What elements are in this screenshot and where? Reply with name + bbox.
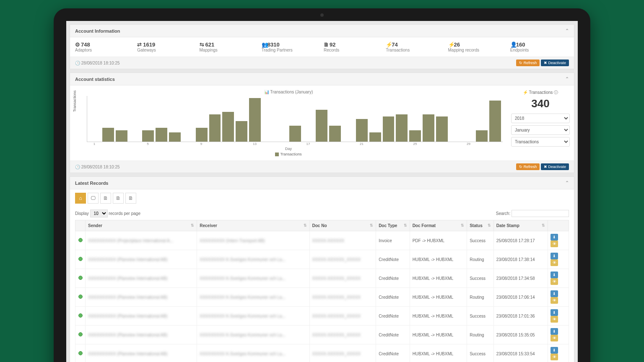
date-cell: 23/08/2018 17:06:14 xyxy=(493,288,548,307)
x-axis: 1591317212529 xyxy=(87,142,503,146)
doctype-cell: CreditNote xyxy=(376,250,410,269)
docno-cell: XXXXX-XXXXXX xyxy=(312,238,345,243)
tab-doc3[interactable]: 🗎 xyxy=(125,193,136,204)
download-icon[interactable]: ⬇ xyxy=(551,309,558,316)
table-row[interactable]: XXXXXXXXXX (Planview International AB)XX… xyxy=(75,307,569,326)
status-dot-icon xyxy=(78,351,83,355)
view-icon[interactable]: 👁 xyxy=(551,259,558,266)
column-header[interactable]: Date Stamp⇅ xyxy=(493,220,548,231)
sender-cell: XXXXXXXXXX (Planview International AB) xyxy=(88,276,168,281)
stat-item: 👥8310Trading Partners xyxy=(262,41,320,52)
chart-bar xyxy=(423,114,434,142)
status-cell: Routing xyxy=(467,326,494,344)
table-row[interactable]: XXXXXXXXXX (Planview International AB)XX… xyxy=(75,326,569,344)
view-icon[interactable]: 👁 xyxy=(551,240,558,247)
doctype-cell: CreditNote xyxy=(376,344,410,362)
doctype-cell: CreditNote xyxy=(376,269,410,288)
view-icon[interactable]: 👁 xyxy=(551,335,558,341)
refresh-button[interactable]: ↻ Refresh xyxy=(516,59,540,66)
table-row[interactable]: XXXXXXXXXX (Planview International AB)XX… xyxy=(75,250,569,269)
month-select[interactable]: January xyxy=(511,125,570,135)
status-dot-icon xyxy=(78,313,83,318)
chart-bar xyxy=(289,126,301,142)
sender-cell: XXXXXXXXXX (Planview International AB) xyxy=(88,333,168,337)
display-suffix: records per page xyxy=(109,211,140,216)
download-icon[interactable]: ⬇ xyxy=(551,328,558,335)
refresh-button[interactable]: ↻ Refresh xyxy=(516,163,540,170)
table-row[interactable]: XXXXXXXXXX (Planview International AB)XX… xyxy=(75,344,569,362)
docformat-cell: HUBXML -> HUBXML xyxy=(410,344,467,362)
collapse-icon[interactable]: ⌃ xyxy=(565,76,569,82)
column-header[interactable]: Doc Format⇅ xyxy=(410,220,467,231)
chart-bar xyxy=(489,101,501,142)
table-row[interactable]: XXXXXXXXXX (Planview International AB)XX… xyxy=(75,288,569,307)
doctype-cell: CreditNote xyxy=(376,326,410,344)
timestamp: 🕒 28/08/2018 18:10:25 xyxy=(75,165,120,169)
receiver-cell: XXXXXXXXX (Intern Transport AB) xyxy=(200,238,265,243)
docformat-cell: HUBXML -> HUBXML xyxy=(410,250,467,269)
column-header[interactable]: Sender⇅ xyxy=(86,220,197,231)
column-header[interactable] xyxy=(75,220,86,231)
chart-bar xyxy=(236,121,247,142)
tab-doc1[interactable]: 🗎 xyxy=(100,193,111,204)
status-dot-icon xyxy=(78,276,83,280)
sender-cell: XXXXXXXXXX (Projectplace International A… xyxy=(88,238,173,243)
chart-bar xyxy=(169,132,181,142)
deactivate-button[interactable]: ✖ Deactivate xyxy=(541,163,569,170)
chart-legend: Transactions xyxy=(74,152,503,156)
status-dot-icon xyxy=(78,257,83,261)
view-icon[interactable]: 👁 xyxy=(551,354,558,360)
tab-doc2[interactable]: 🗎 xyxy=(113,193,124,204)
year-select[interactable]: 2018 xyxy=(511,114,570,123)
download-icon[interactable]: ⬇ xyxy=(551,253,558,259)
chart-bar xyxy=(316,110,327,142)
tab-monitor[interactable]: 🖵 xyxy=(88,193,99,204)
table-row[interactable]: XXXXXXXXXX (Planview International AB)XX… xyxy=(75,269,569,288)
table-row[interactable]: XXXXXXXXXX (Projectplace International A… xyxy=(75,231,569,250)
sender-cell: XXXXXXXXXX (Planview International AB) xyxy=(88,257,168,262)
account-stats-footer: 🕒 28/08/2018 18:10:25 ↻ Refresh ✖ Deacti… xyxy=(70,160,574,173)
column-header[interactable] xyxy=(548,220,569,231)
download-icon[interactable]: ⬇ xyxy=(551,234,558,240)
chart-bar xyxy=(102,128,114,142)
metric-select[interactable]: Transactions xyxy=(511,137,570,147)
column-header[interactable]: Status⇅ xyxy=(467,220,494,231)
record-tabs: ⌂ 🖵 🗎 🗎 🗎 xyxy=(70,189,574,207)
chart-bar xyxy=(396,114,408,142)
tab-home[interactable]: ⌂ xyxy=(75,193,86,204)
status-cell: Success xyxy=(467,231,494,250)
page-size-select[interactable]: 10 xyxy=(90,209,108,217)
download-icon[interactable]: ⬇ xyxy=(551,347,558,354)
chart-bar xyxy=(476,130,488,142)
deactivate-button[interactable]: ✖ Deactivate xyxy=(541,59,569,66)
receiver-cell: XXXXXXXXX K-Sveriges Kommuner och La... xyxy=(200,257,286,262)
download-icon[interactable]: ⬇ xyxy=(551,290,558,297)
doctype-cell: Invoice xyxy=(376,231,410,250)
column-header[interactable]: Receiver⇅ xyxy=(197,220,309,231)
bar-chart: Transactions xyxy=(87,96,503,142)
column-header[interactable]: Doc No⇅ xyxy=(309,220,376,231)
view-icon[interactable]: 👁 xyxy=(551,316,558,323)
status-cell: Success xyxy=(467,269,494,288)
view-icon[interactable]: 👁 xyxy=(551,278,558,285)
view-icon[interactable]: 👁 xyxy=(551,297,558,304)
search-input[interactable] xyxy=(512,210,569,217)
latest-records-panel: Latest Records ⌃ ⌂ 🖵 🗎 🗎 🗎 Display 10 re… xyxy=(70,176,574,362)
status-dot-icon xyxy=(78,238,83,242)
sender-cell: XXXXXXXXXX (Planview International AB) xyxy=(88,295,168,300)
collapse-icon[interactable]: ⌃ xyxy=(565,180,569,186)
collapse-icon[interactable]: ⌃ xyxy=(565,28,569,34)
panel-title: Account statistics xyxy=(75,77,115,82)
date-cell: 23/08/2018 15:33:54 xyxy=(493,344,548,362)
panel-title: Latest Records xyxy=(75,181,108,186)
account-stats-panel: Account statistics ⌃ 📊 Transactions (Jan… xyxy=(70,72,574,173)
receiver-cell: XXXXXXXXX K-Sveriges Kommuner och La... xyxy=(200,352,286,356)
download-icon[interactable]: ⬇ xyxy=(551,272,558,278)
column-header[interactable]: Doc Type⇅ xyxy=(376,220,410,231)
stats-side-panel: ⚡ Transactions ⓘ 340 2018 January Transa… xyxy=(503,90,570,156)
status-cell: Routing xyxy=(467,250,494,269)
status-dot-icon xyxy=(78,295,83,299)
status-cell: Routing xyxy=(467,288,494,307)
latest-records-header: Latest Records ⌃ xyxy=(70,177,574,189)
display-label: Display xyxy=(75,211,89,216)
